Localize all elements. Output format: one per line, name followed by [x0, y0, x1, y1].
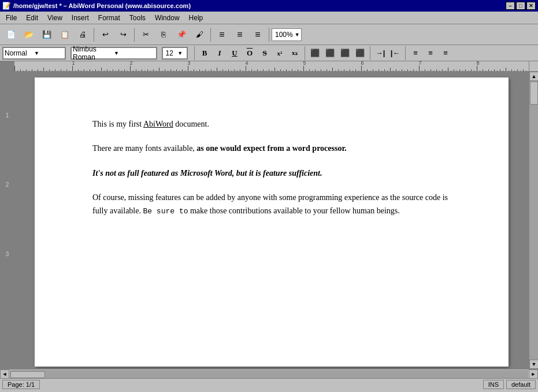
menu-insert[interactable]: Insert [67, 13, 94, 23]
sep1 [94, 28, 94, 42]
scroll-right-button[interactable]: ► [529, 369, 538, 379]
indent-decrease-button[interactable]: |← [388, 47, 402, 60]
title-bar: 📝 /home/gjw/test * – AbiWord Personal (w… [0, 0, 538, 12]
document-area[interactable]: This is my first AbiWord document. There… [14, 72, 529, 369]
page-marker-2: 2 [6, 176, 9, 245]
cut-button[interactable]: ✂ [137, 27, 154, 43]
print-button[interactable]: 🖨 [74, 27, 91, 43]
paragraph-2[interactable]: There are many fonts available, as one w… [92, 142, 451, 155]
scroll-down-button[interactable]: ▼ [529, 360, 538, 369]
horizontal-scrollbar[interactable]: ◄ ► [0, 369, 538, 378]
bold-button[interactable]: B [198, 47, 212, 60]
title-text: /home/gjw/test * – AbiWord Personal (www… [13, 2, 191, 9]
insert-mode: INS [483, 380, 504, 389]
justify-text-button[interactable]: ⬛ [353, 47, 367, 60]
abiword-underline: AbiWord [143, 120, 173, 128]
page-info: Page: 1/1 [2, 380, 40, 389]
paragraph-3[interactable]: It's not as full featured as Microsoft W… [92, 167, 451, 180]
line-spacing-button[interactable]: ≡ [409, 47, 422, 60]
para-spacing-button[interactable]: ≡ [424, 47, 437, 60]
close-button[interactable]: ✕ [526, 2, 536, 10]
redo-button[interactable]: ↪ [114, 27, 132, 43]
right-scrollbar[interactable]: ▲ ▼ [529, 72, 538, 369]
maximize-button[interactable]: □ [516, 2, 525, 10]
save-button[interactable]: 💾 [38, 27, 55, 43]
more-spacing-button[interactable]: ≡ [439, 47, 452, 60]
strikethrough-button[interactable]: S [258, 47, 272, 60]
page-marker-3: 3 [6, 245, 9, 315]
indent-increase-button[interactable]: →| [373, 47, 387, 60]
style-value: Normal [5, 49, 34, 57]
new-button[interactable]: 📄 [2, 27, 20, 43]
font-dropdown-icon[interactable]: ▼ [114, 50, 155, 56]
superscript-button[interactable]: x² [273, 47, 287, 60]
overline-button[interactable]: O [243, 47, 257, 60]
sep3 [210, 28, 211, 42]
hscroll-thumb[interactable] [10, 371, 45, 378]
align-right-text-button[interactable]: ⬛ [338, 47, 352, 60]
layout-mode: default [506, 380, 536, 389]
underline-button[interactable]: U [228, 47, 242, 60]
title-bar-left: 📝 /home/gjw/test * – AbiWord Personal (w… [2, 2, 191, 10]
paragraph-1[interactable]: This is my first AbiWord document. [92, 118, 451, 131]
style-dropdown-icon[interactable]: ▼ [34, 50, 64, 56]
ruler: 12345678 [0, 61, 538, 72]
scroll-track[interactable] [529, 81, 538, 360]
format-paint-button[interactable]: 🖌 [191, 27, 208, 43]
scroll-left-button[interactable]: ◄ [0, 369, 9, 379]
sep8 [405, 46, 406, 60]
align-left-button[interactable]: ≡ [213, 27, 231, 43]
zoom-dropdown-icon[interactable]: ▼ [295, 32, 300, 38]
saveas-button[interactable]: 📋 [56, 27, 73, 43]
sep7 [370, 46, 370, 60]
align-left-text-button[interactable]: ⬛ [308, 47, 322, 60]
menu-tools[interactable]: Tools [125, 13, 150, 23]
align-center-button[interactable]: ≡ [231, 27, 248, 43]
app-icon: 📝 [2, 2, 11, 10]
font-value: Nimbus Roman [73, 45, 114, 61]
main-area: 1 2 3 This is my first AbiWord document.… [0, 72, 538, 369]
menu-format[interactable]: Format [94, 13, 125, 23]
font-size-selector[interactable]: 12 ▼ [162, 47, 188, 60]
font-selector[interactable]: Nimbus Roman ▼ [71, 47, 157, 60]
menu-help[interactable]: Help [184, 13, 208, 23]
document-page[interactable]: This is my first AbiWord document. There… [35, 77, 509, 367]
menu-edit[interactable]: Edit [21, 13, 43, 23]
scroll-up-button[interactable]: ▲ [529, 72, 538, 81]
sep2 [134, 28, 135, 42]
zoom-value: 100% [273, 31, 295, 39]
paste-button[interactable]: 📌 [173, 27, 190, 43]
open-button[interactable]: 📂 [20, 27, 38, 43]
paragraph-4[interactable]: Of course, missing features can be added… [92, 191, 451, 217]
menu-view[interactable]: View [43, 13, 67, 23]
ruler-container: 12345678 [14, 61, 529, 72]
align-right-button[interactable]: ≡ [249, 27, 266, 43]
menu-bar: File Edit View Insert Format Tools Windo… [0, 12, 538, 24]
zoom-box: 100% ▼ [272, 28, 302, 41]
main-toolbar: 📄 📂 💾 📋 🖨 ↩ ↪ ✂ ⎘ 📌 🖌 ≡ ≡ ≡ 100% ▼ [0, 24, 538, 45]
bold-text-p2: as one would expect from a word processo… [196, 144, 347, 153]
italic-button[interactable]: I [213, 47, 227, 60]
minimize-button[interactable]: – [506, 2, 515, 10]
monospace-text: Be sure to [143, 207, 188, 216]
menu-file[interactable]: File [1, 13, 21, 23]
subscript-button[interactable]: x₂ [288, 47, 302, 60]
align-center-text-button[interactable]: ⬛ [323, 47, 337, 60]
status-bar: Page: 1/1 INS default [0, 378, 538, 390]
page-marker-1: 1 [6, 106, 9, 176]
hscroll-track[interactable] [10, 370, 528, 378]
menu-window[interactable]: Window [150, 13, 184, 23]
size-value: 12 [164, 49, 175, 57]
title-bar-buttons: – □ ✕ [506, 2, 536, 10]
scroll-thumb[interactable] [530, 82, 538, 105]
size-dropdown-icon[interactable]: ▼ [175, 50, 186, 56]
undo-button[interactable]: ↩ [97, 27, 114, 43]
copy-button[interactable]: ⎘ [155, 27, 172, 43]
sep4 [269, 28, 269, 42]
sep6 [305, 46, 305, 60]
style-selector[interactable]: Normal ▼ [2, 47, 66, 60]
sep5 [194, 46, 195, 60]
formatting-toolbar: Normal ▼ Nimbus Roman ▼ 12 ▼ B I U O S x… [0, 45, 538, 61]
left-margin: 1 2 3 [0, 72, 14, 369]
